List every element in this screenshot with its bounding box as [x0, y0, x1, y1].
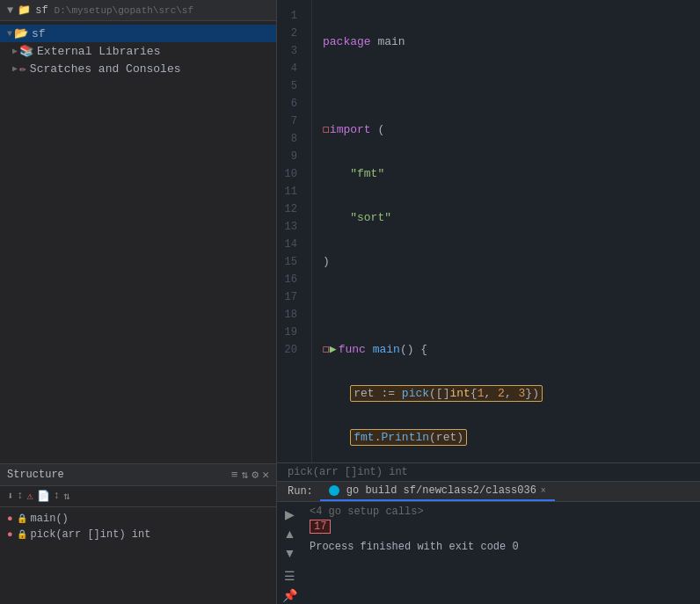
run-process-line: Process finished with exit code 0 [310, 541, 693, 553]
code-line-10: fmt.Println(ret) [323, 429, 689, 447]
tree-item-sf[interactable]: ▼ 📂 sf [0, 25, 276, 42]
code-line-7 [323, 297, 689, 315]
run-play-button[interactable]: ▶ [281, 506, 299, 523]
ln-18: 18 [277, 306, 304, 324]
ln-7: 7 [277, 113, 304, 130]
ln-20: 20 [277, 341, 304, 359]
folder-sf-icon: 📂 [14, 26, 28, 40]
struct-item-main[interactable]: ● 🔒 main() [7, 511, 269, 527]
collapse-icon[interactable]: ▼ [7, 4, 13, 17]
run-settings-button[interactable]: ☰ [281, 567, 299, 585]
sidebar-title: sf [35, 4, 47, 17]
error-icon-main: ● [7, 513, 13, 524]
alphabetical-icon[interactable]: ⇅ [242, 468, 249, 482]
ln-15: 15 [277, 253, 304, 271]
run-main: ▶ ▲ ▼ ☰ 📌 <4 go setup calls> 17 Process … [277, 502, 700, 604]
code-line-5: "sort" [323, 209, 689, 227]
run-side-btns: ▶ ▲ ▼ ☰ 📌 [277, 502, 303, 604]
run-process-text: Process finished with exit code 0 [310, 541, 519, 553]
structure-toolbar: ≡ ⇅ ⚙ ✕ [231, 468, 269, 482]
ln-8: 8 [277, 130, 304, 148]
main-layout: ▼ 📁 sf D:\mysetup\gopath\src\sf ▼ 📂 sf ▶… [0, 0, 700, 604]
collapse-all-icon[interactable]: ↕ [17, 490, 23, 503]
tree-label-ext-lib: External Libraries [37, 45, 160, 58]
code-line-9: ret := pick([]int{1, 2, 3}) [323, 385, 689, 403]
ln-2: 2 [277, 25, 304, 42]
sidebar-header: ▼ 📁 sf D:\mysetup\gopath\src\sf [0, 0, 276, 21]
line-numbers: 1 2 3 4 5 6 7 8 9 10 11 12 13 14 15 16 1… [277, 0, 312, 462]
ln-5: 5 [277, 77, 304, 95]
ln-12: 12 [277, 200, 304, 218]
list-view-icon[interactable]: ≡ [231, 469, 238, 482]
go-icon [329, 485, 339, 496]
code-line-8: ◻▶func main() { [323, 341, 689, 359]
ln-9: 9 [277, 148, 304, 165]
structure-title: Structure [7, 469, 64, 481]
code-content[interactable]: package main ◻import ( "fmt" "sort" ) ◻▶… [312, 0, 700, 462]
ln-17: 17 [277, 288, 304, 306]
ln-14: 14 [277, 236, 304, 253]
code-line-2 [323, 77, 689, 95]
sidebar-path: D:\mysetup\gopath\src\sf [55, 5, 193, 16]
folder-icon: 📁 [18, 4, 31, 17]
run-setup-calls: <4 go setup calls> [310, 506, 693, 518]
run-tabs: Run: go build sf/newclass2/class036 × [277, 482, 700, 502]
code-line-6: ) [323, 253, 689, 271]
run-tab[interactable]: go build sf/newclass2/class036 × [320, 482, 555, 501]
tree-item-scratches[interactable]: ▶ ✏️ Scratches and Consoles [0, 60, 276, 77]
struct-label-main: main() [31, 513, 69, 525]
run-up-button[interactable]: ▲ [281, 525, 299, 542]
run-down-button[interactable]: ▼ [281, 544, 299, 562]
ln-10: 10 [277, 165, 304, 183]
code-line-1: package main [323, 33, 689, 51]
ln-6: 6 [277, 95, 304, 113]
ln-19: 19 [277, 324, 304, 341]
code-line-4: "fmt" [323, 165, 689, 183]
error-highlight-icon[interactable]: ⚠ [26, 490, 33, 503]
navigate-icon[interactable]: 📄 [37, 490, 50, 503]
ln-1: 1 [277, 7, 304, 25]
run-tab-label: go build sf/newclass2/class036 [346, 484, 536, 497]
ln-3: 3 [277, 42, 304, 60]
library-icon: 📚 [19, 44, 33, 58]
ln-11: 11 [277, 183, 304, 200]
run-content: <4 go setup calls> 17 Process finished w… [303, 502, 700, 604]
tree-label-scratches: Scratches and Consoles [30, 62, 181, 76]
ln-13: 13 [277, 218, 304, 236]
structure-header: Structure ≡ ⇅ ⚙ ✕ [0, 464, 276, 486]
tree-item-ext-libraries[interactable]: ▶ 📚 External Libraries [0, 42, 276, 60]
structure-content: ● 🔒 main() ● 🔒 pick(arr []int) int [0, 507, 276, 604]
expand-all-icon[interactable]: ⬇ [7, 490, 13, 503]
settings-icon[interactable]: ⚙ [252, 468, 259, 482]
editor-area: 1 2 3 4 5 6 7 8 9 10 11 12 13 14 15 16 1… [277, 0, 700, 604]
sidebar: ▼ 📁 sf D:\mysetup\gopath\src\sf ▼ 📂 sf ▶… [0, 0, 277, 604]
status-hint-bar: pick(arr []int) int [277, 462, 700, 481]
run-pin-button[interactable]: 📌 [281, 586, 299, 604]
status-hint-text: pick(arr []int) int [288, 466, 408, 478]
code-line-3: ◻import ( [323, 121, 689, 139]
scroll-icon[interactable]: ↕ [54, 490, 60, 503]
ln-16: 16 [277, 271, 304, 288]
struct-item-pick[interactable]: ● 🔒 pick(arr []int) int [7, 527, 269, 542]
run-output-line: 17 [310, 520, 693, 537]
scratch-icon: ✏️ [19, 62, 26, 76]
error-icon-pick: ● [7, 529, 13, 540]
run-tab-close-icon[interactable]: × [541, 486, 546, 496]
structure-panel: Structure ≡ ⇅ ⚙ ✕ ⬇ ↕ ⚠ 📄 ↕ ⇅ ● 🔒 [0, 463, 276, 604]
lock-icon-main: 🔒 [17, 513, 27, 524]
tree-arrow: ▼ [7, 29, 12, 39]
struct-label-pick: pick(arr []int) int [31, 528, 151, 541]
run-label: Run: [281, 485, 320, 498]
code-editor[interactable]: 1 2 3 4 5 6 7 8 9 10 11 12 13 14 15 16 1… [277, 0, 700, 462]
lock-icon-pick: 🔒 [17, 529, 27, 540]
run-output-num: 17 [310, 520, 331, 534]
tree-arrow-lib: ▶ [12, 46, 18, 56]
tree-label-sf: sf [32, 27, 46, 40]
ln-4: 4 [277, 60, 304, 77]
structure-toolbar-icons: ⬇ ↕ ⚠ 📄 ↕ ⇅ [0, 486, 276, 507]
sidebar-tree: ▼ 📂 sf ▶ 📚 External Libraries ▶ ✏️ Scrat… [0, 21, 276, 463]
tree-arrow-scratch: ▶ [12, 63, 18, 74]
run-panel: Run: go build sf/newclass2/class036 × ▶ … [277, 481, 700, 604]
close-structure-icon[interactable]: ✕ [262, 468, 269, 482]
sort-structure-icon[interactable]: ⇅ [63, 490, 69, 503]
